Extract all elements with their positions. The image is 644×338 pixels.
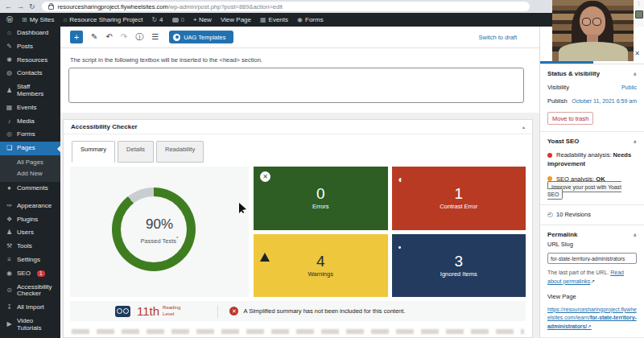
readability-summary-row: 11th Reading Level ✕ A Simplified summar… <box>70 301 526 321</box>
import-icon: ↧ <box>6 304 13 311</box>
sidebar-item-seo[interactable]: ◉SEO1 <box>0 267 60 281</box>
extension-icon[interactable] <box>635 10 643 19</box>
revisions-section: ◴ 10 Revisions <box>540 205 644 225</box>
browser-back-icon[interactable]: ← <box>5 3 12 10</box>
sidebar-item-video-tutorials[interactable]: ▶Video Tutorials <box>0 315 60 336</box>
switch-to-draft-link[interactable]: Switch to draft <box>478 34 530 41</box>
sidebar-item-label: Resources <box>17 57 47 64</box>
sidebar-item-users[interactable]: ♟Users <box>0 226 60 240</box>
sidebar-item-tools[interactable]: ⚒Tools <box>0 240 60 254</box>
view-page-link[interactable]: https://resourcesharingproject.flywheels… <box>547 306 637 332</box>
plugin-icon: ❖ <box>6 216 13 224</box>
webcam-overlay <box>552 0 634 61</box>
url-text: resourcesharingproject.flywheelsites.com… <box>58 3 283 10</box>
video-icon: ▶ <box>6 321 13 328</box>
passed-label-text: Passed Tests <box>141 237 176 245</box>
contrast-icon: ◐ <box>398 174 404 185</box>
close-settings-icon[interactable]: ✕ <box>634 50 640 57</box>
tab-details[interactable]: Details <box>118 141 154 163</box>
publish-row: Publish October 11, 2021 6:59 am <box>547 97 637 105</box>
chevron-up-icon[interactable]: ∧ <box>633 71 637 76</box>
sidebar-item-label: Plugins <box>17 216 38 224</box>
details-info-icon[interactable]: ⓘ <box>135 33 143 41</box>
submenu-item-add-new[interactable]: Add New <box>0 168 60 179</box>
forms-icon: ◎ <box>6 131 13 138</box>
sidebar-item-plugins[interactable]: ❖Plugins <box>0 213 60 227</box>
visibility-value-link[interactable]: Public <box>621 84 637 90</box>
reading-grade-label: Reading Level <box>163 305 180 316</box>
permalink-header[interactable]: Permalink ∧ <box>547 231 637 238</box>
contacts-icon: ◍ <box>6 70 13 77</box>
ignored-items-box[interactable]: 3 Ignored Items <box>392 234 526 298</box>
forms-icon: ◉ <box>297 16 303 23</box>
wp-logo-icon[interactable]: Ⓦ <box>6 15 13 24</box>
pencil-tool-icon[interactable]: ✎ <box>91 33 97 41</box>
submenu-item-all-pages[interactable]: All Pages <box>0 157 60 168</box>
contrast-count: 1 <box>454 186 463 201</box>
url-slug-input[interactable] <box>547 253 637 264</box>
wp-admin-bar: Ⓦ ⊞ My Sites ⌂ Resource Sharing Project … <box>0 13 644 27</box>
sidebar-item-accessibility-checker[interactable]: ⊙Accessibility Checker <box>0 281 60 302</box>
events-menu[interactable]: ▦ Events <box>260 16 288 23</box>
url-bar[interactable]: resourcesharingproject.flywheelsites.com… <box>42 2 530 11</box>
status-visibility-header[interactable]: Status & visibility ∧ <box>547 70 637 77</box>
chevron-up-icon[interactable]: ∧ <box>633 232 637 237</box>
comments-count: 0 <box>181 16 184 23</box>
list-view-icon[interactable]: ☰ <box>151 33 159 41</box>
presenter-shirt <box>559 42 628 61</box>
seo-badge: 1 <box>37 270 45 277</box>
external-link-icon: ↗ <box>590 278 595 284</box>
contrast-error-box[interactable]: ◐ 1 Contrast Error <box>392 167 526 230</box>
errors-box[interactable]: ✕ 0 Errors <box>254 167 388 230</box>
my-sites-menu[interactable]: ⊞ My Sites <box>22 16 54 23</box>
sidebar-item-resources[interactable]: ✱Resources <box>0 54 60 68</box>
sidebar-item-pages[interactable]: ❏Pages <box>0 142 60 155</box>
sidebar-item-appearance[interactable]: ✑Appearance <box>0 200 60 213</box>
lock-icon <box>48 5 54 10</box>
uag-templates-button[interactable]: UAG Templates <box>169 31 233 43</box>
chevron-up-icon[interactable]: ∧ <box>633 138 637 144</box>
updates-menu[interactable]: ↻ 4 <box>151 16 163 23</box>
sidebar-item-contacts[interactable]: ◍Contacts <box>0 67 60 80</box>
publish-date-link[interactable]: October 11, 2021 6:59 am <box>572 98 637 104</box>
sidebar-item-comments[interactable]: ●Comments <box>0 182 60 196</box>
undo-icon[interactable]: ↶ <box>105 33 112 41</box>
errors-count: 0 <box>316 186 325 201</box>
ignored-label: Ignored Items <box>440 270 477 278</box>
sidebar-item-staff-members[interactable]: ♟Staff Members <box>0 80 60 101</box>
new-menu[interactable]: + New <box>193 16 212 23</box>
view-page-menu[interactable]: View Page <box>221 16 251 23</box>
forms-menu[interactable]: ◉ Forms <box>297 16 324 23</box>
sidebar-item-forms[interactable]: ◎Forms <box>0 128 60 142</box>
sidebar-item-settings[interactable]: ≡Settings <box>0 254 60 267</box>
yoast-seo-header[interactable]: Yoast SEO ∧ <box>547 138 637 145</box>
sidebar-item-label: Contacts <box>17 70 43 77</box>
passed-label: Passed Tests* <box>70 235 249 245</box>
browser-menu-dots-icon[interactable]: ⋮ <box>634 0 644 6</box>
sidebar-item-posts[interactable]: ✎Posts <box>0 40 60 54</box>
sidebar-item-dashboard[interactable]: ⌂Dashboard <box>0 27 60 40</box>
tab-summary[interactable]: Summary <box>72 141 115 163</box>
accessibility-checker-header[interactable]: Accessibility Checker ▴ <box>64 120 532 134</box>
improve-post-yoast-button[interactable]: Improve your post with Yoast SEO <box>547 181 621 200</box>
warnings-box[interactable]: ! 4 Warnings <box>254 234 388 298</box>
section-title: Yoast SEO <box>547 138 579 145</box>
browser-reload-icon[interactable]: ↻ <box>29 3 35 10</box>
head-script-textarea[interactable] <box>68 68 524 103</box>
add-block-button[interactable]: + <box>70 31 83 43</box>
move-to-trash-button[interactable]: Move to trash <box>547 112 593 125</box>
collapse-caret-icon[interactable]: ▴ <box>522 124 525 130</box>
site-name-label: Resource Sharing Project <box>69 16 142 23</box>
sidebar-item-events[interactable]: ▦Events <box>0 101 60 115</box>
redo-icon[interactable]: ↷ <box>121 33 127 41</box>
revisions-row[interactable]: ◴ 10 Revisions <box>547 211 637 218</box>
sidebar-item-gridbuilder[interactable]: ▧Gridbuilder™ <box>0 336 60 338</box>
error-circle-x-icon: ✕ <box>260 171 270 182</box>
sidebar-item-all-import[interactable]: ↧All Import <box>0 301 60 315</box>
sidebar-item-media[interactable]: ♪Media <box>0 115 60 129</box>
comments-menu[interactable]: 0 <box>172 16 184 23</box>
sidebar-item-label: Settings <box>17 257 40 264</box>
browser-forward-icon[interactable]: → <box>17 3 24 10</box>
site-menu[interactable]: ⌂ Resource Sharing Project <box>63 16 142 23</box>
tab-readability[interactable]: Readability <box>156 141 204 163</box>
